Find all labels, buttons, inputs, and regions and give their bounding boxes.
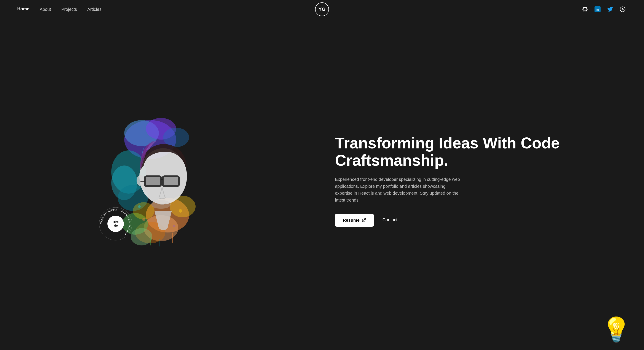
lightbulb-decoration: 💡 — [602, 318, 631, 341]
nav-link-articles[interactable]: Articles — [87, 7, 102, 12]
nav-link-projects[interactable]: Projects — [61, 7, 77, 12]
svg-rect-27 — [159, 239, 160, 246]
github-icon[interactable] — [581, 5, 589, 14]
contact-link[interactable]: Contact — [382, 217, 398, 223]
svg-line-37 — [364, 219, 366, 220]
resume-button[interactable]: Resume — [335, 214, 374, 227]
svg-rect-22 — [146, 177, 160, 185]
resume-label: Resume — [343, 218, 360, 223]
navbar: Home About Projects Articles YG — [0, 0, 644, 18]
svg-point-29 — [138, 205, 141, 208]
clock-icon[interactable] — [618, 5, 627, 14]
svg-rect-25 — [172, 232, 173, 243]
nav-link-home[interactable]: Home — [17, 6, 30, 12]
twitter-icon[interactable] — [606, 5, 614, 14]
svg-point-5 — [163, 128, 189, 147]
svg-rect-23 — [164, 177, 178, 185]
portrait-container: Web Architect . Frontend Wizard . Hire M… — [107, 107, 219, 254]
linkedin-icon[interactable] — [594, 5, 602, 14]
external-link-icon — [362, 218, 366, 222]
nav-logo[interactable]: YG — [315, 2, 329, 16]
svg-point-28 — [179, 209, 182, 212]
hero-subtitle: Experienced front-end developer speciali… — [335, 176, 460, 204]
svg-rect-26 — [150, 237, 151, 246]
svg-point-15 — [133, 202, 154, 220]
svg-point-13 — [131, 228, 152, 246]
hero-content: Transforming Ideas With Code Craftsmansh… — [322, 134, 627, 226]
hero-title: Transforming Ideas With Code Craftsmansh… — [335, 134, 627, 169]
svg-point-31 — [142, 218, 145, 221]
hero-image-section: Web Architect . Frontend Wizard . Hire M… — [17, 107, 322, 254]
svg-point-17 — [136, 175, 144, 186]
svg-line-21 — [140, 181, 145, 182]
svg-text:Me: Me — [114, 224, 118, 227]
nav-link-about[interactable]: About — [40, 7, 51, 12]
nav-social-icons — [581, 5, 627, 14]
hire-me-badge[interactable]: Web Architect . Frontend Wizard . Hire M… — [98, 206, 133, 241]
hero-actions: Resume Contact — [335, 214, 627, 227]
svg-point-24 — [151, 200, 171, 209]
svg-point-30 — [173, 225, 175, 227]
svg-text:Hire: Hire — [112, 220, 118, 224]
hero-section: Web Architect . Frontend Wizard . Hire M… — [0, 18, 644, 343]
nav-links-left: Home About Projects Articles — [17, 6, 102, 12]
